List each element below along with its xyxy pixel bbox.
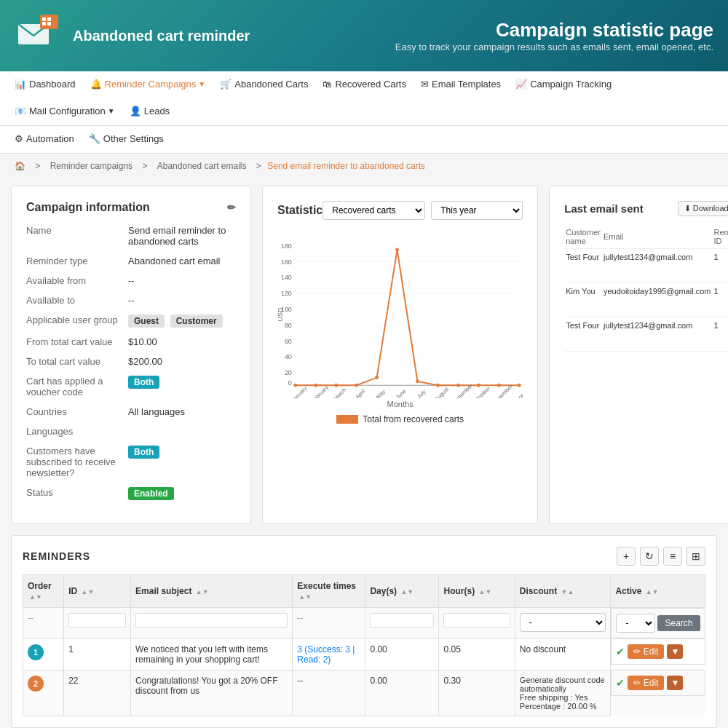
edit-btn-1[interactable]: ✏ Edit: [628, 644, 664, 659]
svg-text:January: January: [290, 385, 309, 398]
breadcrumb-abandoned-cart-emails: Abandoned cart emails: [157, 161, 247, 171]
badge-customer: Customer: [170, 314, 223, 328]
reminder-id-1: 1: [64, 638, 131, 670]
nav-mail-configuration[interactable]: 📧 Mail Configuration ▼: [7, 98, 122, 125]
filter-discount-select[interactable]: -: [520, 613, 606, 632]
filter-search-btn[interactable]: Search: [657, 615, 700, 631]
reminder-active-1: ✔ ✏ Edit ▼: [611, 638, 705, 665]
tracking-icon: 📈: [515, 79, 527, 90]
svg-rect-5: [42, 22, 46, 25]
reminder-row-2: 2 22 Congratulations! You got a 20% OFF …: [23, 670, 705, 716]
customer-name-1: Test Four: [564, 249, 602, 283]
refresh-btn[interactable]: ↻: [640, 547, 659, 566]
page-title: Campaign statistic page: [395, 19, 713, 41]
statistic-period-select[interactable]: This year Last year Last 6 months: [431, 201, 523, 220]
last-email-header: Last email sent ⬇ Download full list: [564, 201, 728, 216]
svg-point-34: [416, 379, 419, 383]
customer-name-2: Kim You: [564, 283, 602, 317]
info-row-to-cart-value: To total cart value $200.00: [26, 356, 236, 367]
reminder-subject-1: We noticed that you left with items rema…: [131, 638, 293, 670]
chart-area: 180 160 140 120 100 80 60 40 20 0 USD: [277, 231, 523, 398]
order-badge-1: 1: [28, 644, 44, 660]
badge-guest: Guest: [128, 314, 165, 328]
header-app-name: Abandoned cart reminder: [73, 28, 395, 44]
statistic-title: Statistic: [277, 204, 323, 217]
badge-enabled: Enabled: [128, 487, 174, 500]
badge-both-voucher: Both: [128, 376, 159, 389]
col-customer-name: Customer name: [564, 225, 602, 249]
filter-day: [365, 608, 439, 639]
nav-other-settings[interactable]: 🔧 Other Settings: [82, 126, 171, 153]
nav-reminder-campaigns[interactable]: 🔔 Reminder Campaigns ▼: [83, 71, 213, 98]
svg-point-28: [293, 384, 297, 387]
svg-text:140: 140: [281, 274, 292, 281]
reminder-id-2: 22: [64, 670, 131, 716]
svg-text:120: 120: [281, 290, 292, 297]
filter-discount: -: [515, 608, 611, 639]
nav-campaign-tracking[interactable]: 📈 Campaign Tracking: [508, 71, 619, 98]
breadcrumb-current[interactable]: Send email reminder to abandoned carts: [267, 161, 425, 171]
breadcrumb: 🏠 > Reminder campaigns > Abandoned cart …: [0, 154, 728, 178]
nav-row2: ⚙ Automation 🔧 Other Settings: [0, 126, 728, 154]
add-reminder-btn[interactable]: +: [617, 547, 636, 566]
nav-email-templates[interactable]: ✉ Email Templates: [414, 71, 508, 98]
execute-times-link-1[interactable]: 3 (Success: 3 | Read: 2): [297, 644, 355, 665]
edit-btn-2[interactable]: ✏ Edit: [628, 676, 664, 690]
campaign-info-card: Campaign information ✏ Name Send email r…: [11, 186, 251, 524]
nav-abandoned-carts[interactable]: 🛒 Abandoned Carts: [213, 71, 315, 98]
bell-icon: 🔔: [90, 79, 102, 90]
reminder-order-2: 2: [23, 670, 64, 716]
last-email-title: Last email sent: [564, 202, 643, 215]
nav-recovered-carts[interactable]: 🛍 Recovered Carts: [315, 71, 414, 98]
reminder-discount-1: No discount: [515, 638, 611, 670]
svg-text:80: 80: [285, 322, 292, 329]
edit-campaign-icon[interactable]: ✏: [227, 202, 236, 213]
chart-icon: 📊: [15, 79, 26, 90]
download-full-list-btn[interactable]: ⬇ Download full list: [678, 201, 728, 216]
page-subtitle: Easy to track your campaign results such…: [395, 41, 713, 52]
reminder-execute-1: 3 (Success: 3 | Read: 2): [293, 638, 365, 670]
reminders-section: REMINDERS + ↻ ≡ ⊞ Order ▲▼ ID ▲▼ Email s…: [11, 535, 717, 728]
main-nav: 📊 Dashboard 🔔 Reminder Campaigns ▼ 🛒 Aba…: [0, 71, 728, 126]
leads-icon: 👤: [130, 106, 141, 116]
order-badge-2: 2: [28, 676, 44, 692]
nav-leads[interactable]: 👤 Leads: [122, 98, 177, 125]
filter-active-select[interactable]: -: [616, 614, 655, 633]
filter-hour: [439, 608, 515, 639]
auto-icon: ⚙: [15, 133, 23, 144]
email-row-2: Kim You yeudoitoiday1995@gmail.com 1 ✓ 2…: [564, 283, 728, 317]
svg-text:40: 40: [285, 353, 292, 360]
statistic-type-select[interactable]: Recovered carts Abandoned carts Emails s…: [323, 201, 425, 220]
svg-rect-4: [47, 17, 51, 21]
svg-text:60: 60: [285, 338, 292, 345]
legend-color: [336, 415, 358, 424]
svg-point-38: [497, 384, 501, 387]
reminder-id-2: 1: [712, 283, 728, 317]
svg-rect-6: [47, 22, 51, 25]
edit-dropdown-1[interactable]: ▼: [667, 644, 683, 659]
statistic-selects: Recovered carts Abandoned carts Emails s…: [323, 201, 523, 220]
grid-view-btn[interactable]: ⊞: [687, 547, 705, 566]
nav-dashboard[interactable]: 📊 Dashboard: [7, 71, 83, 98]
info-row-available-from: Available from --: [26, 275, 236, 286]
filter-day-input[interactable]: [370, 613, 434, 628]
filter-subject-input[interactable]: [135, 613, 288, 628]
filter-execute: --: [293, 608, 365, 639]
reminder-day-1: 0.00: [365, 638, 439, 670]
reminders-filter-row: -- -- - - Search: [23, 608, 705, 639]
list-view-btn[interactable]: ≡: [663, 547, 682, 566]
breadcrumb-reminder-campaigns: Reminder campaigns: [50, 161, 132, 171]
reminder-active-2: ✔ ✏ Edit ▼: [611, 670, 705, 696]
filter-subject: [131, 608, 293, 639]
nav-automation[interactable]: ⚙ Automation: [7, 126, 82, 153]
breadcrumb-home[interactable]: 🏠: [15, 161, 25, 171]
reminder-hour-2: 0.30: [439, 670, 515, 716]
mail-icon: 📧: [15, 106, 26, 116]
svg-text:May: May: [375, 388, 387, 398]
filter-hour-input[interactable]: [443, 613, 510, 628]
edit-dropdown-2[interactable]: ▼: [667, 676, 683, 690]
bag-icon: 🛍: [323, 79, 332, 90]
main-content: Campaign information ✏ Name Send email r…: [0, 178, 728, 728]
filter-id-input[interactable]: [68, 613, 126, 628]
reminders-header-row: Order ▲▼ ID ▲▼ Email subject ▲▼ Execute …: [23, 575, 705, 608]
